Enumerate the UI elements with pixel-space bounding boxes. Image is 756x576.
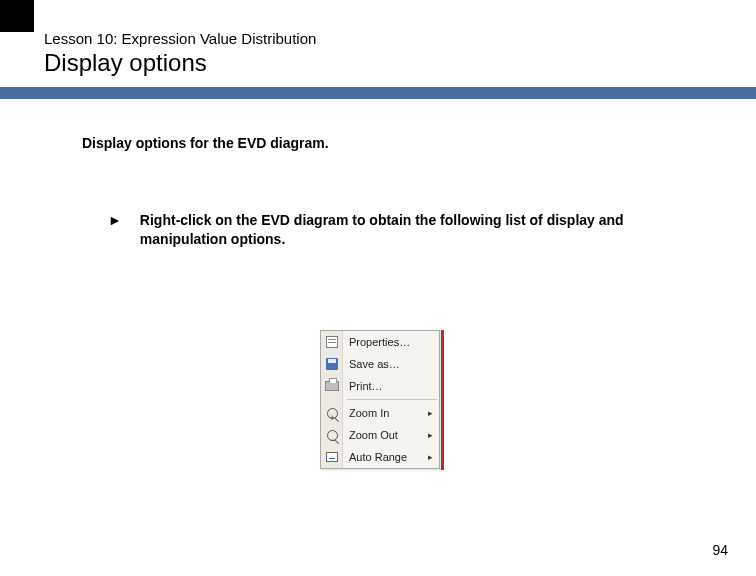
menu-item-print[interactable]: Print… [321,375,439,397]
menu-item-label: Properties… [349,331,410,353]
properties-icon [324,334,340,350]
menu-item-label: Auto Range [349,446,407,468]
zoom-out-icon [324,427,340,443]
menu-item-properties[interactable]: Properties… [321,331,439,353]
menu-item-label: Zoom In [349,402,389,424]
submenu-arrow-icon: ▸ [428,402,433,424]
menu-item-save-as[interactable]: Save as… [321,353,439,375]
instruction-text: Right-click on the EVD diagram to obtain… [140,211,680,249]
save-icon [324,356,340,372]
submenu-arrow-icon: ▸ [428,446,433,468]
menu-item-auto-range[interactable]: Auto Range ▸ [321,446,439,468]
decorative-red-strip [441,330,444,470]
bullet-arrow-icon: ► [108,211,122,229]
section-subheading: Display options for the EVD diagram. [0,99,756,151]
instruction-bullet: ► Right-click on the EVD diagram to obta… [0,151,756,249]
menu-item-zoom-out[interactable]: Zoom Out ▸ [321,424,439,446]
page-number: 94 [712,542,728,558]
auto-range-icon [324,449,340,465]
header-accent-block [0,0,34,32]
header-divider [0,87,756,99]
submenu-arrow-icon: ▸ [428,424,433,446]
context-menu: Properties… Save as… Print… Zoom In ▸ [320,330,440,469]
menu-item-label: Print… [349,375,383,397]
menu-item-label: Save as… [349,353,400,375]
page-title: Display options [0,47,756,83]
menu-item-label: Zoom Out [349,424,398,446]
lesson-label: Lesson 10: Expression Value Distribution [0,10,756,47]
menu-separator [347,399,437,400]
zoom-in-icon [324,405,340,421]
menu-item-zoom-in[interactable]: Zoom In ▸ [321,402,439,424]
slide-header: Lesson 10: Expression Value Distribution… [0,0,756,99]
print-icon [324,378,340,394]
